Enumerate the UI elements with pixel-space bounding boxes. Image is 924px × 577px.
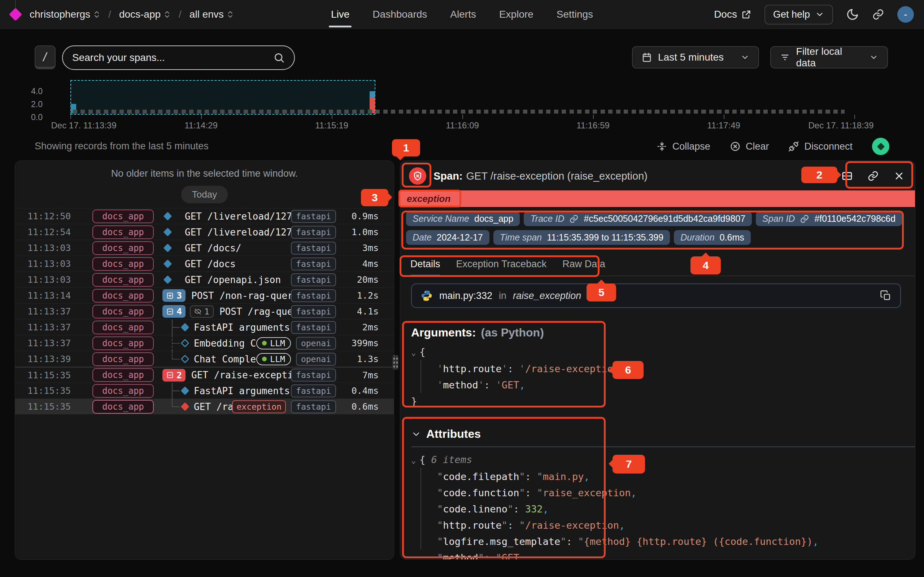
- tab-settings[interactable]: Settings: [557, 0, 593, 29]
- service-tag: docs_app: [92, 241, 154, 255]
- span-row[interactable]: 11:12:54 docs_app GET /livereload/127036…: [15, 224, 394, 240]
- breadcrumb-env[interactable]: all envs: [189, 9, 234, 20]
- service-tag: docs_app: [92, 257, 154, 271]
- tab-live[interactable]: Live: [331, 0, 349, 29]
- disconnect-button[interactable]: Disconnect: [788, 141, 853, 152]
- chart-bar-requests-segment[interactable]: [370, 91, 375, 98]
- code-function-name: raise_exception: [513, 290, 581, 301]
- service-tag: docs_app: [92, 337, 154, 350]
- span-detail-panel: Span:GET /raise-exception (raise_excepti…: [400, 161, 915, 560]
- live-status-button[interactable]: [872, 138, 889, 155]
- collapse-children-badge-error[interactable]: 2: [162, 369, 186, 382]
- span-row[interactable]: 11:13:37 docs_app FastAPI arguments fast…: [15, 319, 394, 335]
- breadcrumb-env-label: all envs: [189, 9, 224, 20]
- arguments-code: ⌄{ http.route/raise-exception methodGET …: [411, 344, 905, 409]
- x-axis-tickmark: [724, 115, 724, 119]
- span-row[interactable]: 11:13:14 docs_app 3 POST /non-rag-query …: [15, 287, 394, 303]
- x-axis-tickmark: [201, 115, 202, 119]
- collapse-caret[interactable]: ⌄: [411, 348, 416, 357]
- link-icon: [872, 8, 884, 21]
- green-dot-icon: [262, 341, 267, 345]
- span-row[interactable]: 11:15:35 docs_app 2 GET /raise-exception…: [15, 367, 394, 383]
- docs-link[interactable]: Docs: [714, 9, 751, 20]
- breadcrumb-org[interactable]: christophergs: [30, 9, 100, 20]
- tab-dashboards[interactable]: Dashboards: [373, 0, 427, 29]
- row-time: 11:13:37: [27, 322, 92, 332]
- x-axis-tickmark: [855, 115, 855, 119]
- span-row[interactable]: 11:12:50 docs_app GET /livereload/127036…: [15, 208, 394, 224]
- x-axis-tick: 11:15:19: [315, 121, 348, 131]
- tab-raw-data[interactable]: Raw Data: [562, 259, 605, 276]
- attributes-heading[interactable]: Attributes: [411, 427, 905, 441]
- span-row[interactable]: 11:13:03 docs_app GET /docs/ fastapi 3ms: [15, 240, 394, 256]
- docs-label: Docs: [714, 9, 737, 20]
- y-axis-tick: 4.0: [6, 87, 43, 96]
- hidden-spans-badge[interactable]: 1: [190, 305, 214, 318]
- chip-trace-id[interactable]: Trace ID #c5ec5005042796e91d5db42ca9fd98…: [524, 211, 752, 226]
- collapse-children-badge[interactable]: 4: [162, 305, 186, 318]
- logfire-logo-icon[interactable]: [9, 8, 23, 21]
- breadcrumb-project[interactable]: docs-app: [119, 9, 171, 20]
- span-row[interactable]: 11:13:39 docs_app Chat Completion with '…: [15, 351, 394, 367]
- span-search-bar[interactable]: [62, 45, 295, 70]
- span-duration: 7ms: [341, 370, 379, 380]
- span-name: Embedding Creation wit…: [194, 338, 256, 349]
- today-button[interactable]: Today: [181, 186, 228, 203]
- breadcrumb-org-label: christophergs: [30, 9, 90, 20]
- row-time: 11:12:50: [27, 211, 92, 221]
- arg-key: http.route: [437, 363, 507, 374]
- collapse-button[interactable]: Collapse: [657, 141, 710, 152]
- x-axis-tick: Dec 17. 11:13:39: [51, 121, 116, 131]
- tab-details[interactable]: Details: [410, 259, 440, 276]
- clear-button[interactable]: Clear: [730, 141, 769, 152]
- tab-exception-traceback[interactable]: Exception Traceback: [456, 259, 547, 276]
- span-count-timeline-chart[interactable]: 4.0 2.0 0.0 Dec 17. 11:13:39 11:14:29 11…: [0, 76, 924, 134]
- code-file-line: main.py:332: [439, 290, 492, 301]
- span-duration: 399ms: [341, 338, 379, 348]
- annotation-badge-6: 6: [612, 361, 643, 379]
- close-icon[interactable]: [893, 170, 905, 182]
- collapse-caret[interactable]: ⌄: [411, 456, 416, 465]
- chip-value: 0.6ms: [720, 232, 744, 243]
- chip-span-id[interactable]: Span ID #f0110e542c798c6d: [756, 211, 902, 226]
- span-row[interactable]: 11:13:03 docs_app GET /docs fastapi 4ms: [15, 256, 394, 272]
- expand-children-badge[interactable]: 3: [162, 289, 186, 302]
- arg-key: method: [437, 379, 484, 390]
- share-link-button[interactable]: [872, 8, 884, 21]
- row-time: 11:13:14: [27, 290, 92, 301]
- search-input[interactable]: [72, 52, 273, 63]
- service-tag: docs_app: [92, 384, 154, 398]
- annotation-number: 7: [626, 458, 632, 470]
- dock-panel-icon[interactable]: [842, 170, 853, 182]
- user-avatar[interactable]: -: [897, 6, 914, 23]
- copy-link-icon[interactable]: [867, 170, 879, 182]
- chip-label: Time span: [500, 232, 542, 243]
- chip-service-name: Service Name docs_app: [406, 211, 520, 226]
- arguments-title: Arguments:: [411, 326, 476, 339]
- span-row[interactable]: 11:13:03 docs_app GET /openapi.json fast…: [15, 272, 394, 287]
- breadcrumb-project-label: docs-app: [119, 9, 161, 20]
- span-name: FastAPI arguments: [194, 385, 291, 396]
- theme-toggle-button[interactable]: [846, 8, 859, 21]
- copy-button[interactable]: [880, 290, 892, 301]
- span-row[interactable]: 11:13:37 docs_app 4 1 POST /rag-query fa…: [15, 303, 394, 319]
- span-row[interactable]: 11:15:35 docs_app FastAPI arguments fast…: [15, 383, 394, 398]
- span-name: POST /non-rag-query: [191, 290, 291, 301]
- span-row-selected[interactable]: 11:15:35 docs_app GET /raise-exception ……: [15, 398, 394, 414]
- sort-chevrons-icon: [163, 10, 171, 19]
- get-help-button[interactable]: Get help: [764, 5, 833, 24]
- tree-connector-dashed: [162, 335, 183, 351]
- panel-resize-handle[interactable]: [393, 355, 399, 370]
- time-range-dropdown[interactable]: Last 5 minutes: [632, 46, 759, 69]
- span-name: Chat Completion with '…: [194, 354, 256, 364]
- span-row[interactable]: 11:13:37 docs_app Embedding Creation wit…: [15, 335, 394, 351]
- tab-explore[interactable]: Explore: [499, 0, 533, 29]
- source-tag: fastapi: [291, 400, 336, 413]
- annotation-number: 1: [403, 142, 409, 154]
- primary-tabs: Live Dashboards Alerts Explore Settings: [331, 0, 593, 29]
- service-tag: docs_app: [92, 321, 154, 334]
- span-diamond-icon: [163, 227, 172, 236]
- tab-alerts[interactable]: Alerts: [450, 0, 476, 29]
- chip-label: Trace ID: [530, 213, 564, 224]
- filter-local-data-dropdown[interactable]: Filter local data: [770, 46, 888, 69]
